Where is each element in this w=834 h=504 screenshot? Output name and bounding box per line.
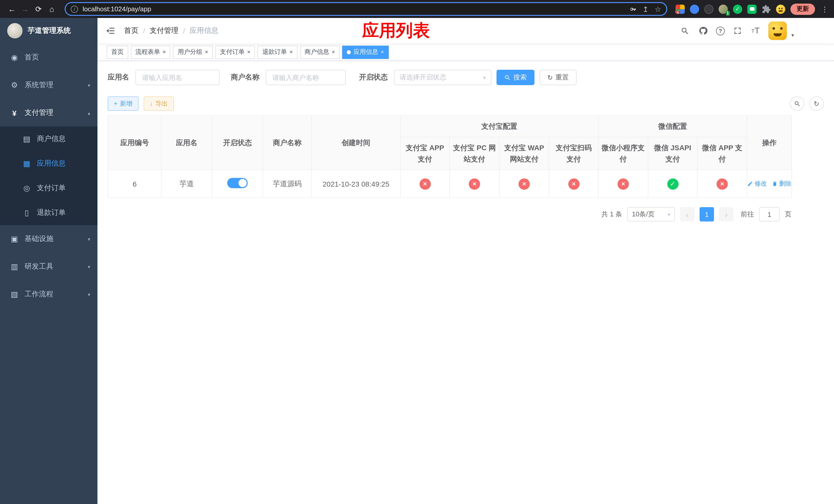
page-title: 应用列表 bbox=[362, 19, 430, 42]
search-icon[interactable] bbox=[680, 26, 690, 36]
status-select[interactable]: 请选择开启状态 ▾ bbox=[394, 70, 491, 85]
refresh-table-button[interactable]: ↻ bbox=[809, 96, 824, 111]
tab-process-form[interactable]: 流程表单 × bbox=[131, 45, 171, 59]
cell-app-name: 芋道 bbox=[161, 170, 212, 198]
close-icon[interactable]: × bbox=[247, 49, 250, 55]
col-merchant: 商户名称 bbox=[263, 116, 312, 170]
alipay-qr-status-icon bbox=[568, 178, 579, 189]
browser-update-button[interactable]: 更新 bbox=[790, 3, 815, 15]
sidebar-item-workflow[interactable]: ▧ 工作流程 ▾ bbox=[0, 280, 97, 308]
reset-button[interactable]: ↻ 重置 bbox=[540, 70, 576, 85]
document-icon: ▯ bbox=[23, 208, 31, 217]
close-icon[interactable]: × bbox=[205, 49, 208, 55]
fullscreen-icon[interactable] bbox=[732, 26, 743, 36]
grid-icon: ▦ bbox=[23, 159, 31, 168]
tab-user-group[interactable]: 用户分组 × bbox=[173, 45, 213, 59]
wx-app-status-icon bbox=[717, 178, 728, 189]
add-button[interactable]: + 新增 bbox=[108, 96, 138, 111]
sidebar-item-home[interactable]: ◉ 首页 bbox=[0, 44, 97, 71]
browser-menu-icon[interactable]: ⋮ bbox=[821, 5, 829, 13]
sidebar-item-app-info[interactable]: ▦ 应用信息 bbox=[0, 151, 97, 176]
chevron-down-icon: ▾ bbox=[668, 211, 671, 217]
forward-icon[interactable]: → bbox=[19, 2, 32, 16]
tab-merchant-info[interactable]: 商户信息 × bbox=[300, 45, 340, 59]
show-search-button[interactable] bbox=[790, 96, 804, 111]
sidebar-item-infrastructure[interactable]: ▣ 基础设施 ▾ bbox=[0, 225, 97, 253]
bookmark-star-icon[interactable]: ☆ bbox=[655, 5, 661, 13]
sidebar: 芋道管理系统 ◉ 首页 ⚙ 系统管理 ▾ ¥ 支付管理 ▴ ▤ 商户信息 bbox=[0, 18, 97, 504]
tags-view-bar: 首页 流程表单 × 用户分组 × 支付订单 × 退款订单 × bbox=[97, 44, 834, 61]
back-icon[interactable]: ← bbox=[5, 2, 19, 16]
site-info-icon[interactable]: i bbox=[71, 5, 78, 13]
extension-dark-icon[interactable] bbox=[704, 4, 714, 14]
profile-avatar-icon[interactable] bbox=[776, 4, 785, 14]
col-alipay-qr: 支付宝扫码支付 bbox=[549, 137, 598, 170]
extension-check-icon[interactable]: ✓ bbox=[733, 4, 742, 14]
share-icon[interactable]: ↥ bbox=[642, 5, 648, 13]
next-page-button[interactable]: › bbox=[719, 207, 733, 222]
help-icon[interactable]: ? bbox=[716, 26, 725, 35]
prev-page-button[interactable]: ‹ bbox=[680, 207, 695, 222]
page-content: 应用名 商户名称 开启状态 请选择开启状态 ▾ 搜索 ↻ 重 bbox=[97, 61, 834, 222]
extension-avatar-icon[interactable]: 1 bbox=[719, 4, 728, 14]
goto-page-input[interactable] bbox=[759, 207, 780, 222]
breadcrumb: 首页 / 支付管理 / 应用信息 bbox=[124, 26, 219, 36]
breadcrumb-parent[interactable]: 支付管理 bbox=[150, 26, 178, 36]
top-navbar: 首页 / 支付管理 / 应用信息 应用列表 ? bbox=[97, 18, 834, 44]
sidebar-logo[interactable]: 芋道管理系统 bbox=[0, 18, 97, 44]
col-app-name: 应用名 bbox=[161, 116, 212, 170]
close-icon[interactable]: × bbox=[162, 49, 166, 55]
extension-blue-icon[interactable] bbox=[690, 4, 699, 14]
address-bar[interactable]: i localhost:1024/pay/app ↥ ☆ bbox=[65, 2, 667, 16]
wx-lite-status-icon bbox=[618, 178, 629, 189]
sidebar-item-refund-orders[interactable]: ▯ 退款订单 bbox=[0, 201, 97, 225]
close-icon[interactable]: × bbox=[289, 49, 293, 55]
goto-label: 前往 bbox=[741, 210, 754, 219]
tab-refund-orders[interactable]: 退款订单 × bbox=[258, 45, 298, 59]
sidebar-item-dev-tools[interactable]: ▥ 研发工具 ▾ bbox=[0, 253, 97, 280]
sidebar-item-payment[interactable]: ¥ 支付管理 ▴ bbox=[0, 99, 97, 127]
page-size-select[interactable]: 10条/页 ▾ bbox=[627, 207, 675, 222]
chevron-down-icon: ▾ bbox=[88, 292, 90, 297]
tab-app-info[interactable]: 应用信息 × bbox=[342, 45, 389, 59]
password-key-icon[interactable] bbox=[629, 5, 636, 13]
app-name-input[interactable] bbox=[135, 70, 220, 85]
github-icon[interactable] bbox=[698, 26, 708, 36]
chevron-down-icon: ▾ bbox=[88, 264, 90, 270]
breadcrumb-home[interactable]: 首页 bbox=[124, 26, 138, 36]
delete-link[interactable]: 删除 bbox=[772, 180, 791, 188]
search-button[interactable]: 搜索 bbox=[497, 70, 534, 85]
chevron-down-icon: ▾ bbox=[88, 82, 90, 88]
payment-submenu: ▤ 商户信息 ▦ 应用信息 ◎ 支付订单 ▯ 退款订单 bbox=[0, 127, 97, 225]
sidebar-item-merchant-info[interactable]: ▤ 商户信息 bbox=[0, 127, 97, 151]
page-1-button[interactable]: 1 bbox=[700, 207, 714, 222]
extension-chat-icon[interactable] bbox=[747, 4, 756, 14]
user-avatar[interactable] bbox=[768, 22, 787, 40]
status-toggle[interactable] bbox=[227, 178, 248, 188]
tab-payment-orders[interactable]: 支付订单 × bbox=[215, 45, 255, 59]
edit-link[interactable]: 修改 bbox=[747, 180, 767, 188]
close-icon[interactable]: × bbox=[380, 49, 384, 55]
cell-created: 2021-10-23 08:49:25 bbox=[312, 170, 400, 198]
user-dropdown-caret-icon[interactable]: ▾ bbox=[791, 32, 794, 38]
sidebar-item-system[interactable]: ⚙ 系统管理 ▾ bbox=[0, 71, 97, 99]
gear-icon: ⚙ bbox=[10, 81, 19, 90]
close-icon[interactable]: × bbox=[332, 49, 335, 55]
col-wx-lite: 微信小程序支付 bbox=[598, 137, 648, 170]
tab-home[interactable]: 首页 bbox=[107, 45, 128, 59]
export-button[interactable]: ↓ 导出 bbox=[144, 96, 174, 111]
app-title: 芋道管理系统 bbox=[28, 26, 71, 36]
refresh-icon: ↻ bbox=[547, 74, 553, 81]
url-text[interactable]: localhost:1024/pay/app bbox=[83, 5, 629, 13]
extensions-puzzle-icon[interactable] bbox=[762, 4, 771, 14]
hamburger-icon[interactable] bbox=[105, 25, 116, 37]
merchant-name-input[interactable] bbox=[266, 70, 346, 85]
home-icon[interactable]: ⌂ bbox=[45, 2, 59, 16]
col-group-alipay: 支付宝配置 bbox=[400, 116, 598, 137]
table-toolbar: + 新增 ↓ 导出 ↻ bbox=[108, 96, 824, 111]
reload-icon[interactable]: ⟳ bbox=[32, 2, 45, 16]
col-created: 创建时间 bbox=[312, 116, 400, 170]
font-size-icon[interactable]: TT bbox=[750, 26, 761, 36]
sidebar-item-payment-orders[interactable]: ◎ 支付订单 bbox=[0, 176, 97, 201]
extension-grid-icon[interactable]: 10 bbox=[676, 4, 685, 14]
